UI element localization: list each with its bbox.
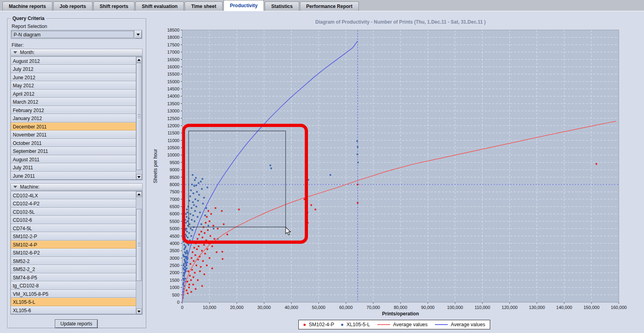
svg-text:70,000: 70,000 (366, 305, 380, 310)
machine-item[interactable]: CD102-5L (11, 208, 136, 216)
tab-productivity[interactable]: Productivity (223, 0, 264, 11)
legend-item-Average-values: Average values (435, 322, 485, 327)
machine-item[interactable]: tg_CD102-8 (11, 281, 136, 289)
svg-text:10500: 10500 (167, 145, 179, 150)
scroll-thumb[interactable] (136, 209, 142, 281)
machine-item[interactable]: CD74-5L (11, 224, 136, 232)
scroll-down-button[interactable] (136, 309, 142, 314)
collapse-down-icon (13, 51, 17, 54)
scroll-thumb[interactable] (136, 63, 142, 170)
legend-label: SM102-4-P (309, 322, 334, 327)
machine-item[interactable]: SM52-2 (11, 257, 136, 265)
machine-item[interactable]: CD102-4-P2 (11, 199, 136, 207)
month-item[interactable]: June 2011 (11, 172, 136, 180)
svg-text:17500: 17500 (167, 42, 179, 47)
tab-performance-report[interactable]: Performance Report (300, 2, 359, 11)
machine-item[interactable]: XL105-5-L (11, 298, 136, 306)
svg-text:12500: 12500 (167, 116, 179, 121)
machine-item[interactable]: SM52-2_2 (11, 265, 136, 273)
legend-item-XL105-5-L: XL105-5-L (341, 322, 370, 327)
productivity-chart[interactable]: Diagram of Productivity - Number of Prin… (149, 14, 644, 333)
update-reports-button[interactable]: Update reports (55, 320, 97, 328)
svg-text:1000: 1000 (170, 285, 179, 290)
month-section-header[interactable]: Month: (10, 49, 143, 56)
svg-text:17000: 17000 (167, 50, 179, 54)
month-item[interactable]: November 2011 (11, 130, 136, 138)
y-axis-title: Sheets per hour (153, 149, 158, 183)
collapse-down-icon (13, 186, 17, 188)
tab-shift-reports[interactable]: Shift reports (93, 2, 135, 11)
month-item[interactable]: June 2012 (11, 73, 136, 81)
dot-swatch-icon (341, 324, 343, 326)
report-selection-combobox[interactable]: P-N diagram (11, 30, 142, 39)
month-item[interactable]: February 2012 (11, 106, 136, 114)
month-scrollbar[interactable] (136, 57, 142, 180)
month-item[interactable]: March 2012 (11, 98, 136, 106)
svg-text:500: 500 (172, 293, 179, 297)
tab-time-sheet[interactable]: Time sheet (185, 2, 222, 11)
legend-item-Average-values: Average values (377, 322, 428, 327)
svg-text:80,000: 80,000 (394, 305, 407, 310)
svg-text:10000: 10000 (167, 152, 179, 157)
machine-item[interactable]: VM_XL105-8-P5 (11, 290, 136, 298)
svg-text:18500: 18500 (167, 28, 179, 32)
month-item[interactable]: April 2012 (11, 90, 136, 98)
chevron-down-icon (137, 34, 140, 36)
line-swatch-icon (435, 324, 448, 325)
machine-item[interactable]: SM102-6-P2 (11, 249, 136, 257)
svg-text:10,000: 10,000 (203, 305, 216, 310)
machine-item[interactable]: CD102-6 (11, 216, 136, 224)
machine-item[interactable]: SM102-4-P (11, 241, 136, 249)
legend-label: Average values (393, 322, 428, 327)
svg-text:13500: 13500 (167, 101, 179, 106)
month-item[interactable]: December 2011 (11, 122, 136, 130)
report-selection-value: P-N diagram (12, 31, 134, 38)
combobox-dropdown-button[interactable] (134, 30, 142, 38)
tab-machine-reports[interactable]: Machine reports (2, 2, 52, 11)
machine-item[interactable]: SM102-2-P (11, 232, 136, 240)
machine-header-label: Machine: (20, 184, 40, 190)
machine-item[interactable]: SM74-8-P5 (11, 273, 136, 281)
tab-job-reports[interactable]: Job reports (53, 2, 93, 11)
svg-text:140,000: 140,000 (556, 305, 572, 310)
svg-text:150,000: 150,000 (584, 305, 600, 310)
svg-text:20,000: 20,000 (230, 305, 244, 310)
svg-text:3500: 3500 (170, 248, 179, 253)
month-item[interactable]: August 2012 (11, 57, 136, 65)
svg-text:50,000: 50,000 (312, 305, 326, 310)
month-item[interactable]: August 2011 (11, 155, 136, 163)
svg-text:40,000: 40,000 (285, 305, 298, 310)
svg-text:8500: 8500 (170, 175, 179, 180)
svg-text:0: 0 (181, 305, 183, 310)
chart-legend: SM102-4-PXL105-5-LAverage valuesAverage … (298, 320, 490, 329)
month-list: August 2012July 2012June 2012May 2012Apr… (10, 56, 143, 180)
scroll-up-button[interactable] (136, 191, 142, 197)
svg-text:110,000: 110,000 (475, 305, 490, 310)
arrow-down-icon (137, 176, 141, 178)
svg-text:4500: 4500 (170, 234, 179, 239)
tab-statistics[interactable]: Statistics (265, 2, 299, 11)
month-item[interactable]: October 2011 (11, 139, 136, 147)
svg-text:3000: 3000 (170, 256, 179, 261)
machine-scrollbar[interactable] (136, 191, 142, 314)
month-item[interactable]: January 2012 (11, 114, 136, 122)
svg-text:7500: 7500 (170, 189, 179, 194)
month-item[interactable]: July 2012 (11, 65, 136, 73)
svg-text:0: 0 (177, 300, 179, 305)
machine-item[interactable]: CD102-4LX (11, 191, 136, 199)
dot-swatch-icon (304, 324, 306, 326)
machine-item[interactable]: XL105-6 (11, 306, 136, 314)
scroll-down-button[interactable] (136, 174, 142, 180)
month-item[interactable]: July 2011 (11, 163, 136, 171)
svg-text:60,000: 60,000 (339, 305, 353, 310)
month-item[interactable]: May 2012 (11, 81, 136, 89)
month-item[interactable]: September 2011 (11, 147, 136, 155)
chart-area: Diagram of Productivity - Number of Prin… (149, 14, 644, 333)
svg-text:12000: 12000 (167, 123, 179, 128)
month-header-label: Month: (20, 50, 35, 55)
machine-section-header[interactable]: Machine: (10, 183, 143, 191)
svg-text:160,000: 160,000 (611, 305, 627, 310)
tab-shift-evaluation[interactable]: Shift evaluation (135, 2, 184, 11)
svg-text:16500: 16500 (167, 57, 179, 62)
scroll-up-button[interactable] (136, 57, 142, 62)
